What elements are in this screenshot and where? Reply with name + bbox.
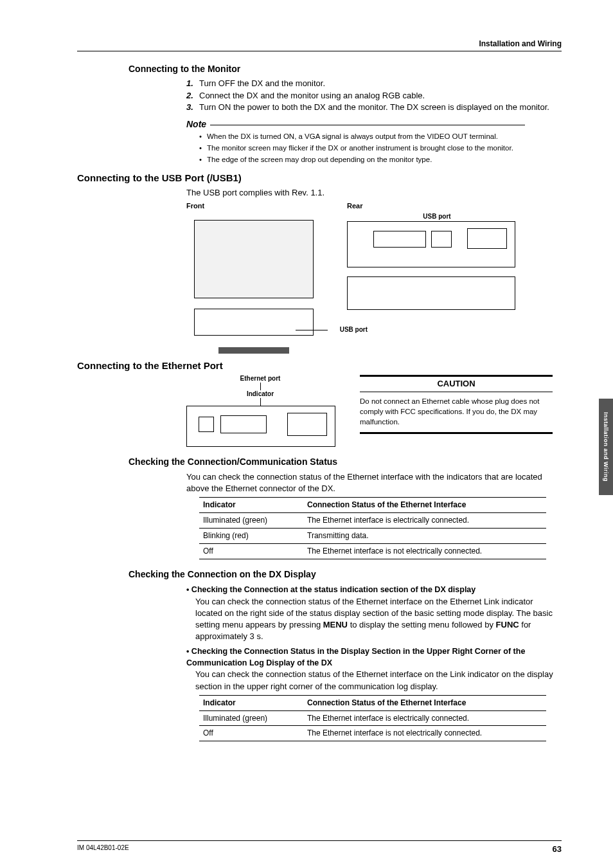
rear-device-top-diagram bbox=[347, 221, 515, 267]
doc-id: IM 04L42B01-02E bbox=[77, 844, 129, 855]
heading-ethernet: Connecting to the Ethernet Port bbox=[77, 359, 562, 372]
t2-head-1: Connection Status of the Ethernet Interf… bbox=[303, 695, 546, 710]
rear-device-bottom-diagram bbox=[347, 276, 515, 310]
step-3: Turn ON the power to both the DX and the… bbox=[199, 102, 549, 112]
table-row: Blinking (red)Transmitting data. bbox=[199, 528, 546, 543]
front-usb-port-label: USB port bbox=[340, 325, 368, 334]
table-row: OffThe Ethernet interface is not electri… bbox=[199, 726, 546, 741]
rear-label: Rear bbox=[347, 201, 527, 211]
bullet2-head: • Checking the Connection Status in the … bbox=[186, 646, 562, 669]
heading-check-status: Checking the Connection/Communication St… bbox=[129, 456, 562, 469]
side-tab: Installation and Wiring bbox=[599, 399, 613, 495]
note-list: •When the DX is turned ON, a VGA signal … bbox=[199, 131, 562, 165]
usb-figure-row: Front USB port Rear USB port bbox=[186, 201, 562, 347]
section-header: Installation and Wiring bbox=[77, 39, 562, 51]
caution-body: Do not connect an Ethernet cable whose p… bbox=[360, 396, 553, 434]
table-row: OffThe Ethernet interface is not electri… bbox=[199, 543, 546, 559]
t1-head-0: Indicator bbox=[199, 498, 303, 513]
page-footer: IM 04L42B01-02E 63 bbox=[77, 840, 562, 855]
monitor-steps: 1.Turn OFF the DX and the monitor. 2.Con… bbox=[186, 78, 562, 113]
heading-check-display: Checking the Connection on the DX Displa… bbox=[129, 568, 562, 581]
note-heading: Note bbox=[186, 118, 562, 131]
indicator-table-1: Indicator Connection Status of the Ether… bbox=[199, 497, 546, 559]
page-number: 63 bbox=[553, 844, 562, 855]
note-2: The monitor screen may flicker if the DX… bbox=[207, 144, 513, 152]
table-row: Illuminated (green)The Ethernet interfac… bbox=[199, 513, 546, 529]
caution-title: CAUTION bbox=[360, 375, 553, 392]
indicator-table-2: Indicator Connection Status of the Ether… bbox=[199, 695, 546, 741]
usb-intro: The USB port complies with Rev. 1.1. bbox=[186, 187, 562, 199]
table-row: Illuminated (green)The Ethernet interfac… bbox=[199, 710, 546, 726]
rear-usb-port-label: USB port bbox=[347, 212, 527, 221]
front-device-diagram: USB port bbox=[186, 212, 321, 347]
t2-head-0: Indicator bbox=[199, 695, 303, 710]
bullet1-body: You can check the connection status of t… bbox=[195, 596, 562, 643]
step-2: Connect the DX and the monitor using an … bbox=[199, 91, 425, 100]
t1-head-1: Connection Status of the Ethernet Interf… bbox=[303, 498, 546, 513]
ethernet-device-diagram bbox=[186, 406, 335, 447]
heading-usb: Connecting to the USB Port (/USB1) bbox=[77, 171, 562, 185]
ethernet-indicator-label: Indicator bbox=[186, 390, 334, 398]
note-3: The edge of the screen may drop out depe… bbox=[207, 156, 432, 163]
step-1: Turn OFF the DX and the monitor. bbox=[199, 78, 325, 88]
ethernet-port-label: Ethernet port bbox=[186, 375, 334, 383]
bullet2-body: You can check the connection status of t… bbox=[195, 669, 562, 692]
bullet1-head: • Checking the Connection at the status … bbox=[186, 584, 562, 596]
check-status-intro: You can check the connection status of t… bbox=[186, 471, 562, 494]
note-1: When the DX is turned ON, a VGA signal i… bbox=[207, 132, 498, 140]
front-label: Front bbox=[186, 201, 321, 211]
heading-connect-monitor: Connecting to the Monitor bbox=[129, 63, 562, 76]
caution-box: CAUTION Do not connect an Ethernet cable… bbox=[360, 375, 553, 433]
